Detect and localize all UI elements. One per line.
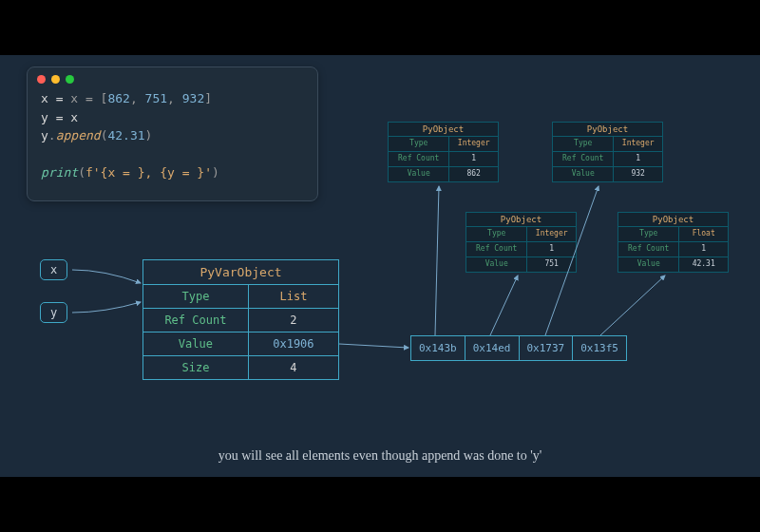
pointer-array: 0x143b 0x14ed 0x1737 0x13f5 <box>410 335 627 361</box>
pyvar-row-refcount: Ref Count 2 <box>143 309 338 332</box>
code-arg: 42.31 <box>107 128 144 142</box>
array-cell-2: 0x1737 <box>520 336 574 360</box>
close-icon <box>37 75 46 84</box>
literal-2: 932 <box>182 91 204 105</box>
pyvar-size-label: Size <box>143 356 249 379</box>
window-controls <box>28 67 317 87</box>
pyvar-type-value: List <box>249 285 338 308</box>
pyobject-1-value: 751 <box>527 257 576 272</box>
pyobject-3-value: 42.31 <box>679 257 728 272</box>
array-cell-0: 0x143b <box>411 336 466 360</box>
pyvar-refcount-value: 2 <box>249 309 338 332</box>
pyobject-0-value: 862 <box>449 167 498 181</box>
pyobject-0-refcount: 1 <box>449 152 498 166</box>
var-x-box: x <box>40 259 67 280</box>
pyobject-1-type: Integer <box>527 227 576 241</box>
pyvar-refcount-label: Ref Count <box>143 309 249 332</box>
pyobject-2-title: PyObject <box>553 123 662 137</box>
code-window: x = x = [862, 751, 932] y = x y.append(4… <box>27 66 318 201</box>
pyobject-2-refcount: 1 <box>614 152 662 166</box>
pyobject-1-title: PyObject <box>466 213 576 227</box>
pyobject-0: PyObject TypeInteger Ref Count1 Value862 <box>388 122 499 182</box>
literal-1: 751 <box>145 91 167 105</box>
bracket-open: x = [ <box>70 91 107 105</box>
var-x-label: x <box>50 263 57 276</box>
pyobject-2-value: 932 <box>614 167 662 181</box>
code-line-2: y = x <box>41 110 78 124</box>
pyobject-1-refcount: 1 <box>527 242 576 256</box>
pyobject-2: PyObject TypeInteger Ref Count1 Value932 <box>552 122 663 182</box>
diagram-canvas: x = x = [862, 751, 932] y = x y.append(4… <box>0 55 760 477</box>
pyvar-row-value: Value 0x1906 <box>143 332 338 356</box>
literal-0: 862 <box>107 91 129 105</box>
code-block: x = x = [862, 751, 932] y = x y.append(4… <box>28 87 317 184</box>
pyvar-type-label: Type <box>143 285 249 308</box>
caption-text: you will see all elements even though ap… <box>0 448 760 464</box>
code-fstring: f'{x = }, {y = }' <box>86 165 212 180</box>
pyvar-row-size: Size 4 <box>143 356 338 379</box>
pyvar-row-type: Type List <box>143 285 338 309</box>
pyvar-value-value: 0x1906 <box>249 332 338 355</box>
code-print: print <box>41 165 78 180</box>
bracket-close: ] <box>204 91 212 105</box>
var-y-box: y <box>40 302 67 323</box>
pyvar-value-label: Value <box>143 332 249 355</box>
pyobject-0-type: Integer <box>449 137 498 151</box>
minimize-icon <box>51 75 60 84</box>
array-cell-3: 0x13f5 <box>573 336 626 360</box>
pyobject-1: PyObject TypeInteger Ref Count1 Value751 <box>466 212 577 273</box>
pyobject-3-type: Float <box>679 227 728 241</box>
pyobject-0-title: PyObject <box>389 123 498 137</box>
code-obj: y <box>41 128 48 142</box>
maximize-icon <box>66 75 74 84</box>
pyobject-3: PyObject TypeFloat Ref Count1 Value42.31 <box>618 212 729 273</box>
var-y-label: y <box>50 306 57 319</box>
pyobject-2-type: Integer <box>614 137 662 151</box>
pyobject-3-title: PyObject <box>618 213 728 227</box>
pyobject-3-refcount: 1 <box>679 242 728 256</box>
array-cell-1: 0x14ed <box>466 336 520 360</box>
pyvarobject-box: PyVarObject Type List Ref Count 2 Value … <box>142 259 339 380</box>
pyvar-size-value: 4 <box>249 356 338 379</box>
pyvarobject-title: PyVarObject <box>143 260 338 285</box>
code-method: append <box>56 128 101 142</box>
